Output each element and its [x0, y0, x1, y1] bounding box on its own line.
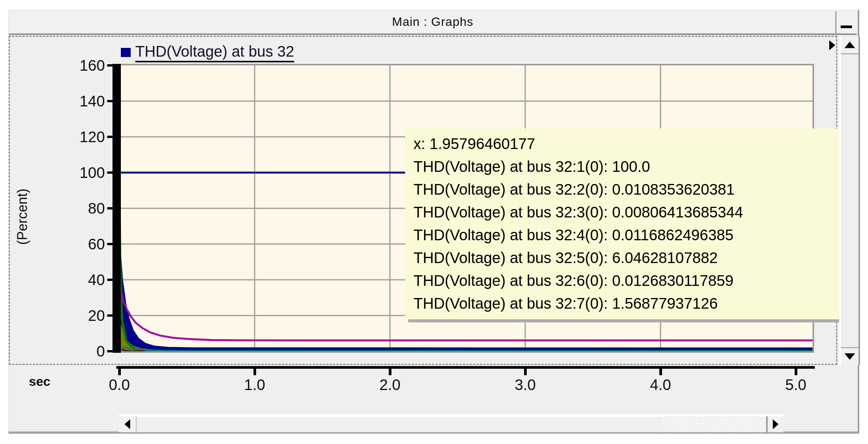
- scroll-right-button[interactable]: [768, 416, 784, 432]
- y-tick-mark: [107, 171, 113, 174]
- y-tick-mark: [107, 314, 113, 317]
- y-tick-mark: [107, 350, 113, 352]
- scroll-down-button[interactable]: [841, 347, 858, 365]
- x-tick-label: 4.0: [638, 376, 683, 393]
- triangle-down-icon: [844, 354, 855, 360]
- x-tick-label: 2.0: [367, 376, 413, 393]
- triangle-left-icon: [125, 419, 130, 429]
- x-tick-mark: [659, 369, 662, 375]
- y-tick-label: 140: [53, 93, 105, 109]
- x-tick-mark: [118, 369, 121, 375]
- y-axis-unit-label: (Percent): [14, 156, 31, 278]
- triangle-up-icon: [844, 42, 855, 48]
- scroll-left-button[interactable]: [119, 416, 137, 432]
- legend-curve-label[interactable]: THD(Voltage) at bus 32: [135, 43, 294, 62]
- y-tick-label: 100: [53, 165, 105, 181]
- y-tick-label: 0: [53, 343, 105, 359]
- horizontal-scrollbar-thumb[interactable]: [137, 416, 663, 432]
- x-tick-mark: [253, 369, 256, 375]
- legend-swatch-icon: [121, 48, 131, 57]
- x-tick-mark: [389, 369, 391, 375]
- window-title: Main : Graphs: [9, 10, 857, 33]
- scroll-up-button[interactable]: [841, 36, 858, 54]
- y-tick-label: 160: [53, 57, 105, 73]
- vertical-scrollbar[interactable]: [839, 36, 860, 365]
- y-tick-label: 60: [53, 236, 105, 252]
- window-titlebar[interactable]: Main : Graphs: [9, 10, 857, 35]
- x-tick-mark: [524, 369, 527, 375]
- tooltip-line: THD(Voltage) at bus 32:4(0): 0.011686249…: [413, 224, 838, 246]
- tooltip-line: THD(Voltage) at bus 32:2(0): 0.010835362…: [413, 178, 838, 201]
- y-tick-mark: [107, 100, 113, 102]
- y-tick-label: 120: [53, 129, 105, 145]
- x-tick-mark: [795, 369, 797, 375]
- y-tick-mark: [107, 243, 113, 245]
- minimize-button[interactable]: [835, 11, 857, 33]
- tooltip-line: THD(Voltage) at bus 32:3(0): 0.008064136…: [413, 201, 838, 224]
- tooltip-line: THD(Voltage) at bus 32:6(0): 0.012683011…: [413, 269, 838, 292]
- y-tick-mark: [107, 136, 113, 138]
- y-tick-mark: [107, 279, 113, 281]
- tooltip-line: THD(Voltage) at bus 32:5(0): 6.046281078…: [413, 246, 838, 269]
- tooltip-line: THD(Voltage) at bus 32:1(0): 100.0: [413, 155, 838, 178]
- pane-expand-icon[interactable]: [829, 40, 835, 50]
- x-axis-unit-label: sec: [29, 374, 67, 389]
- y-tick-mark: [107, 64, 113, 67]
- series-fill: [121, 325, 813, 352]
- cursor-value-tooltip: x: 1.95796460177THD(Voltage) at bus 32:1…: [405, 128, 846, 319]
- x-tick-label: 0.0: [97, 376, 142, 393]
- x-tick-label: 3.0: [502, 376, 548, 393]
- screen: Main : Graphs THD(Voltage) at bus 32 (Pe…: [0, 0, 868, 444]
- triangle-right-icon: [773, 419, 779, 429]
- x-tick-label: 1.0: [232, 376, 277, 393]
- minimize-icon: [841, 25, 852, 28]
- x-tick-label: 5.0: [773, 376, 819, 393]
- x-axis-line: [116, 366, 815, 369]
- horizontal-scrollbar-track[interactable]: [663, 416, 766, 432]
- tooltip-line: THD(Voltage) at bus 32:7(0): 1.568779371…: [413, 292, 838, 315]
- y-tick-label: 80: [53, 200, 105, 216]
- y-axis-line: [112, 64, 121, 353]
- y-tick-label: 40: [53, 272, 105, 288]
- horizontal-scrollbar[interactable]: [119, 414, 784, 432]
- y-tick-label: 20: [53, 308, 105, 323]
- y-tick-mark: [107, 207, 113, 209]
- tooltip-line: x: 1.95796460177: [413, 132, 838, 155]
